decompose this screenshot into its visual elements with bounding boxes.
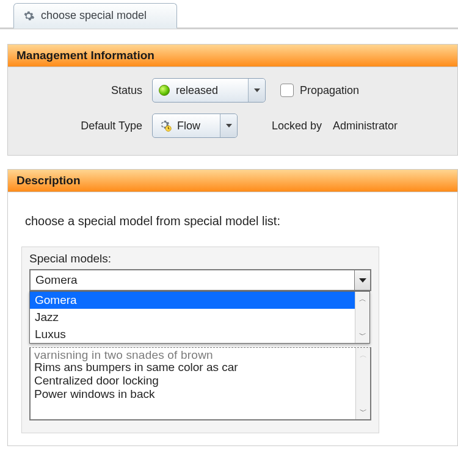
locked-by-value: Administrator: [333, 120, 398, 132]
propagation-label: Propagation: [300, 84, 359, 97]
dropdown-arrow-icon: [248, 79, 265, 102]
status-label: Status: [20, 84, 152, 97]
status-select-text: released: [176, 84, 225, 97]
default-type-select[interactable]: Flow: [152, 114, 238, 138]
tab-label: choose special model: [41, 9, 147, 22]
management-information-panel: Management Information Status released P…: [7, 44, 458, 156]
description-panel: Description choose a special model from …: [7, 169, 458, 446]
description-body: choose a special model from special mode…: [8, 192, 457, 445]
scroll-up-icon[interactable]: ︿: [359, 294, 366, 305]
special-models-box: Special models: Gomera Gomera Jazz Luxus…: [21, 247, 379, 433]
scroll-down-icon[interactable]: ﹀: [359, 330, 366, 341]
default-type-select-text: Flow: [177, 120, 208, 132]
features-scrollbar[interactable]: ︿ ﹀: [355, 348, 370, 419]
status-row: Status released Propagation: [20, 78, 445, 103]
locked-by-label: Locked by: [272, 120, 322, 132]
special-models-label: Special models:: [29, 252, 371, 265]
feature-row: Power windows in back: [34, 388, 358, 401]
tab-choose-special-model[interactable]: choose special model: [13, 3, 177, 29]
status-select[interactable]: released: [152, 78, 266, 103]
default-type-row: Default Type Flow Locked by Administrato…: [20, 114, 445, 138]
special-models-option-list: Gomera Jazz Luxus: [30, 292, 355, 343]
feature-row-partial: varnisning in two snades of brown: [34, 348, 358, 361]
combo-option-jazz[interactable]: Jazz: [30, 309, 355, 326]
combo-option-gomera[interactable]: Gomera: [30, 292, 355, 309]
dropdown-scrollbar[interactable]: ︿ ﹀: [355, 292, 369, 343]
special-models-combo[interactable]: Gomera: [29, 269, 371, 291]
gear-icon: [23, 10, 35, 22]
model-features-list: varnisning in two snades of brown Rims a…: [29, 347, 371, 420]
feature-row: Rims ans bumpers in same color as car: [34, 361, 358, 374]
scroll-down-icon[interactable]: ﹀: [360, 406, 367, 417]
management-information-header: Management Information: [8, 45, 457, 67]
management-information-body: Status released Propagation Default Type: [8, 67, 457, 155]
propagation-checkbox[interactable]: [280, 84, 294, 97]
default-type-label: Default Type: [20, 120, 152, 132]
scroll-up-icon[interactable]: ︿: [360, 350, 367, 361]
combo-option-luxus[interactable]: Luxus: [30, 326, 355, 343]
description-intro-text: choose a special model from special mode…: [25, 214, 457, 228]
special-models-dropdown: Gomera Jazz Luxus ︿ ﹀: [29, 291, 370, 344]
description-header: Description: [8, 170, 457, 192]
dropdown-arrow-icon: [220, 114, 237, 137]
combo-dropdown-button[interactable]: [354, 270, 370, 290]
special-models-combo-text: Gomera: [35, 273, 78, 287]
green-dot-icon: [159, 85, 170, 96]
feature-row: Centralized door locking: [34, 374, 358, 388]
gear-arrow-icon: [159, 119, 172, 132]
tab-strip: choose special model: [0, 0, 458, 29]
